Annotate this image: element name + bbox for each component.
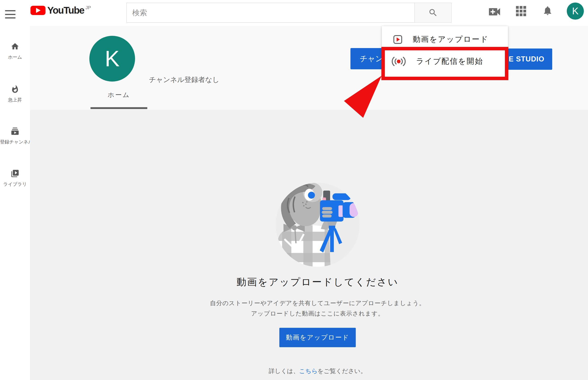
menu-item-upload-video[interactable]: 動画をアップロード bbox=[382, 28, 508, 50]
empty-state-footer: 詳しくは、こちらをご覧ください。 bbox=[47, 367, 588, 375]
search-icon bbox=[428, 8, 438, 18]
menu-item-label: ライブ配信を開始 bbox=[416, 56, 483, 67]
create-dropdown-menu: 動画をアップロード ライブ配信を開始 bbox=[382, 26, 508, 77]
empty-state-description-line2: アップロードした動画はここに表示されます。 bbox=[47, 309, 588, 318]
fire-icon bbox=[11, 85, 19, 94]
empty-state: 動画をアップロードしてください 自分のストーリーやアイデアを共有してユーザーにア… bbox=[47, 183, 588, 375]
sidebar-item-label: ホーム bbox=[0, 54, 30, 60]
upload-illustration bbox=[276, 183, 360, 267]
menu-item-label: 動画をアップロード bbox=[413, 34, 489, 45]
tab-home[interactable]: ホーム bbox=[90, 91, 147, 99]
youtube-wordmark: YouTube bbox=[47, 6, 84, 15]
live-broadcast-icon bbox=[392, 56, 406, 67]
subscriber-count-text: チャンネル登録者なし bbox=[149, 75, 219, 85]
video-create-icon bbox=[488, 6, 501, 17]
empty-state-description-line1: 自分のストーリーやアイデアを共有してユーザーにアプローチしましょう。 bbox=[47, 299, 588, 307]
youtube-channel-page: ホーム 急上昇 登録チャンネル ライブラリ K チャンネル登録者なし チャン E… bbox=[0, 0, 588, 380]
search-input[interactable] bbox=[126, 3, 414, 23]
menu-item-go-live[interactable]: ライブ配信を開始 bbox=[382, 50, 508, 72]
library-icon bbox=[11, 169, 19, 178]
footer-text-suffix: をご覧ください。 bbox=[318, 367, 367, 375]
top-bar: YouTube JP K bbox=[0, 0, 588, 26]
search-button[interactable] bbox=[414, 3, 452, 23]
empty-state-title: 動画をアップロードしてください bbox=[47, 276, 588, 288]
channel-avatar[interactable]: K bbox=[89, 36, 135, 81]
learn-more-link[interactable]: こちら bbox=[299, 367, 318, 375]
create-video-button[interactable] bbox=[488, 6, 501, 18]
sidebar-item-library[interactable]: ライブラリ bbox=[0, 169, 30, 187]
active-tab-underline bbox=[90, 107, 147, 109]
footer-text-prefix: 詳しくは、 bbox=[269, 367, 299, 375]
sidebar-item-label: 登録チャンネル bbox=[0, 139, 30, 145]
youtube-logo[interactable]: YouTube JP bbox=[31, 6, 91, 15]
account-avatar[interactable]: K bbox=[567, 2, 584, 20]
apps-grid-icon bbox=[516, 6, 526, 16]
apps-button[interactable] bbox=[516, 6, 526, 17]
upload-video-icon bbox=[393, 35, 402, 44]
sidebar-item-subscriptions[interactable]: 登録チャンネル bbox=[0, 127, 30, 145]
notifications-button[interactable] bbox=[542, 5, 553, 18]
sidebar-item-label: ライブラリ bbox=[0, 181, 30, 187]
logo-region-code: JP bbox=[85, 5, 91, 10]
sidebar-item-label: 急上昇 bbox=[0, 97, 30, 103]
bell-icon bbox=[542, 5, 553, 17]
upload-video-button[interactable]: 動画をアップロード bbox=[279, 328, 356, 347]
mini-sidebar: ホーム 急上昇 登録チャンネル ライブラリ bbox=[0, 26, 30, 380]
sidebar-item-home[interactable]: ホーム bbox=[0, 42, 30, 60]
subscriptions-icon bbox=[11, 127, 19, 136]
youtube-play-logo-icon bbox=[31, 6, 45, 15]
home-icon bbox=[11, 42, 19, 51]
channel-content: 動画をアップロードしてください 自分のストーリーやアイデアを共有してユーザーにア… bbox=[30, 110, 588, 380]
hamburger-menu-icon[interactable] bbox=[5, 10, 16, 19]
sidebar-item-trending[interactable]: 急上昇 bbox=[0, 85, 30, 103]
